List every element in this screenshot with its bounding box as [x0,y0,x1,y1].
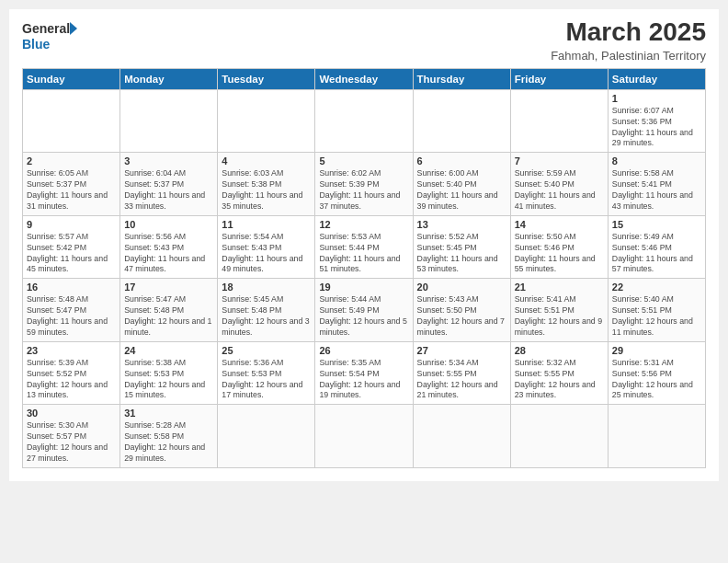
calendar-cell: 10Sunrise: 5:56 AM Sunset: 5:43 PM Dayli… [120,215,218,279]
calendar-cell: 15Sunrise: 5:49 AM Sunset: 5:46 PM Dayli… [608,215,705,279]
day-number: 14 [515,219,604,230]
day-number: 12 [319,219,408,230]
calendar-cell: 29Sunrise: 5:31 AM Sunset: 5:56 PM Dayli… [608,341,705,405]
calendar-cell [218,89,315,153]
day-info: Sunrise: 5:39 AM Sunset: 5:52 PM Dayligh… [27,358,116,402]
calendar-cell: 16Sunrise: 5:48 AM Sunset: 5:47 PM Dayli… [23,279,120,342]
day-info: Sunrise: 6:07 AM Sunset: 5:36 PM Dayligh… [612,106,701,150]
calendar-cell [608,405,705,468]
calendar-cell: 7Sunrise: 5:59 AM Sunset: 5:40 PM Daylig… [510,153,608,216]
day-number: 6 [417,155,506,167]
calendar-cell: 12Sunrise: 5:53 AM Sunset: 5:44 PM Dayli… [315,215,413,279]
day-info: Sunrise: 5:30 AM Sunset: 5:57 PM Dayligh… [27,420,116,465]
calendar-cell: 4Sunrise: 6:03 AM Sunset: 5:38 PM Daylig… [218,153,315,216]
day-info: Sunrise: 5:47 AM Sunset: 5:48 PM Dayligh… [124,294,213,339]
calendar-week-3: 9Sunrise: 5:57 AM Sunset: 5:42 PM Daylig… [23,215,706,279]
day-info: Sunrise: 5:31 AM Sunset: 5:56 PM Dayligh… [612,358,701,402]
day-number: 29 [612,345,701,356]
day-info: Sunrise: 5:32 AM Sunset: 5:55 PM Dayligh… [515,358,604,402]
weekday-header-thursday: Thursday [413,68,510,89]
calendar-cell: 19Sunrise: 5:44 AM Sunset: 5:49 PM Dayli… [315,279,413,342]
calendar-cell [510,89,608,153]
calendar-week-2: 2Sunrise: 6:05 AM Sunset: 5:37 PM Daylig… [23,153,706,216]
calendar-cell [315,405,413,468]
day-info: Sunrise: 5:35 AM Sunset: 5:54 PM Dayligh… [319,358,408,402]
calendar-cell [413,405,510,468]
day-info: Sunrise: 5:56 AM Sunset: 5:43 PM Dayligh… [124,232,213,276]
calendar-cell: 24Sunrise: 5:38 AM Sunset: 5:53 PM Dayli… [120,341,218,405]
main-title: March 2025 [551,18,706,47]
calendar-week-5: 23Sunrise: 5:39 AM Sunset: 5:52 PM Dayli… [23,341,706,405]
calendar-cell: 31Sunrise: 5:28 AM Sunset: 5:58 PM Dayli… [120,405,218,468]
day-info: Sunrise: 5:43 AM Sunset: 5:50 PM Dayligh… [417,294,506,339]
day-info: Sunrise: 5:36 AM Sunset: 5:53 PM Dayligh… [222,358,311,402]
weekday-header-saturday: Saturday [608,68,705,89]
day-number: 23 [27,345,116,356]
calendar-cell: 8Sunrise: 5:58 AM Sunset: 5:41 PM Daylig… [608,153,705,216]
day-info: Sunrise: 5:40 AM Sunset: 5:51 PM Dayligh… [612,294,701,339]
day-number: 11 [222,219,311,230]
calendar-cell [315,89,413,153]
day-number: 22 [612,282,701,293]
calendar-cell: 28Sunrise: 5:32 AM Sunset: 5:55 PM Dayli… [510,341,608,405]
calendar-cell: 18Sunrise: 5:45 AM Sunset: 5:48 PM Dayli… [218,279,315,342]
day-number: 24 [124,345,213,356]
calendar-cell: 27Sunrise: 5:34 AM Sunset: 5:55 PM Dayli… [413,341,510,405]
weekday-header-row: SundayMondayTuesdayWednesdayThursdayFrid… [23,68,706,89]
calendar-week-4: 16Sunrise: 5:48 AM Sunset: 5:47 PM Dayli… [23,279,706,342]
calendar-cell: 26Sunrise: 5:35 AM Sunset: 5:54 PM Dayli… [315,341,413,405]
day-number: 9 [27,219,116,230]
day-number: 15 [612,219,701,230]
weekday-header-wednesday: Wednesday [315,68,413,89]
day-number: 2 [27,155,116,167]
day-info: Sunrise: 5:28 AM Sunset: 5:58 PM Dayligh… [124,420,213,465]
calendar-cell: 9Sunrise: 5:57 AM Sunset: 5:42 PM Daylig… [23,215,120,279]
day-number: 21 [515,282,604,293]
day-info: Sunrise: 5:49 AM Sunset: 5:46 PM Dayligh… [612,232,701,276]
calendar-cell: 13Sunrise: 5:52 AM Sunset: 5:45 PM Dayli… [413,215,510,279]
calendar-week-6: 30Sunrise: 5:30 AM Sunset: 5:57 PM Dayli… [23,405,706,468]
day-info: Sunrise: 5:50 AM Sunset: 5:46 PM Dayligh… [515,232,604,276]
calendar-week-1: 1Sunrise: 6:07 AM Sunset: 5:36 PM Daylig… [23,89,706,153]
day-info: Sunrise: 5:41 AM Sunset: 5:51 PM Dayligh… [515,294,604,339]
calendar-cell: 1Sunrise: 6:07 AM Sunset: 5:36 PM Daylig… [608,89,705,153]
svg-text:Blue: Blue [22,37,51,52]
day-number: 5 [319,155,408,167]
calendar-cell [510,405,608,468]
day-number: 19 [319,282,408,293]
svg-marker-2 [70,22,77,35]
day-number: 3 [124,155,213,167]
calendar-cell [23,89,120,153]
calendar-cell [218,405,315,468]
weekday-header-friday: Friday [510,68,608,89]
calendar-table: SundayMondayTuesdayWednesdayThursdayFrid… [22,68,706,468]
calendar-cell: 20Sunrise: 5:43 AM Sunset: 5:50 PM Dayli… [413,279,510,342]
weekday-header-tuesday: Tuesday [218,68,315,89]
logo: General Blue [22,18,77,53]
day-number: 30 [27,408,116,419]
day-info: Sunrise: 5:53 AM Sunset: 5:44 PM Dayligh… [319,232,408,276]
calendar-cell: 5Sunrise: 6:02 AM Sunset: 5:39 PM Daylig… [315,153,413,216]
day-number: 13 [417,219,506,230]
day-number: 31 [124,408,213,419]
day-number: 20 [417,282,506,293]
day-number: 25 [222,345,311,356]
day-number: 27 [417,345,506,356]
day-info: Sunrise: 5:45 AM Sunset: 5:48 PM Dayligh… [222,294,311,339]
calendar-cell: 2Sunrise: 6:05 AM Sunset: 5:37 PM Daylig… [23,153,120,216]
day-info: Sunrise: 6:04 AM Sunset: 5:37 PM Dayligh… [124,168,213,213]
day-info: Sunrise: 5:54 AM Sunset: 5:43 PM Dayligh… [222,232,311,276]
day-info: Sunrise: 5:34 AM Sunset: 5:55 PM Dayligh… [417,358,506,402]
day-number: 10 [124,219,213,230]
calendar-cell: 22Sunrise: 5:40 AM Sunset: 5:51 PM Dayli… [608,279,705,342]
calendar-cell: 23Sunrise: 5:39 AM Sunset: 5:52 PM Dayli… [23,341,120,405]
svg-text:General: General [22,21,70,36]
day-number: 8 [612,155,701,167]
day-number: 4 [222,155,311,167]
day-info: Sunrise: 6:00 AM Sunset: 5:40 PM Dayligh… [417,168,506,213]
day-info: Sunrise: 5:57 AM Sunset: 5:42 PM Dayligh… [27,232,116,276]
day-number: 28 [515,345,604,356]
weekday-header-sunday: Sunday [23,68,120,89]
header: General Blue March 2025 Fahmah, Palestin… [22,18,706,63]
day-info: Sunrise: 5:38 AM Sunset: 5:53 PM Dayligh… [124,358,213,402]
